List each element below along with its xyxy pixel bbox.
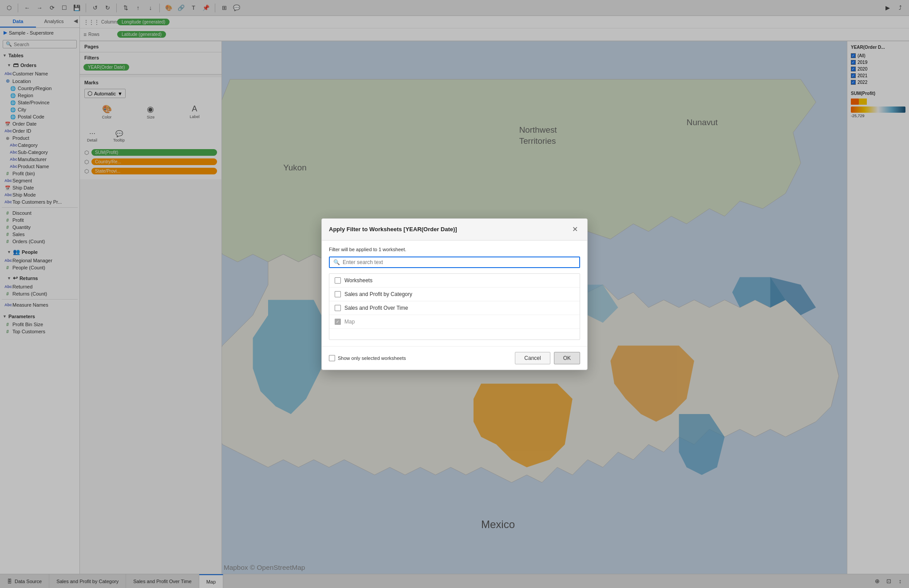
ws-checkbox-2[interactable]	[335, 305, 341, 311]
worksheet-item-1[interactable]: Sales and Profit by Category	[329, 288, 580, 301]
modal-footer: Show only selected worksheets Cancel OK	[322, 346, 587, 370]
modal-search-icon: 🔍	[333, 259, 340, 265]
ok-button[interactable]: OK	[554, 352, 580, 364]
modal-header: Apply Filter to Worksheets [YEAR(Order D…	[322, 219, 587, 241]
filter-modal: Apply Filter to Worksheets [YEAR(Order D…	[321, 218, 588, 370]
worksheet-list: Worksheets Sales and Profit by Category …	[329, 273, 580, 340]
modal-body: Filter will be applied to 1 worksheet. 🔍…	[322, 241, 587, 346]
worksheet-item-0[interactable]: Worksheets	[329, 274, 580, 288]
modal-overlay: Apply Filter to Worksheets [YEAR(Order D…	[0, 0, 909, 588]
worksheet-item-2[interactable]: Sales and Profit Over Time	[329, 301, 580, 315]
cancel-button[interactable]: Cancel	[515, 352, 550, 364]
ws-checkbox-0[interactable]	[335, 277, 341, 284]
modal-search-input[interactable]	[343, 259, 576, 265]
worksheet-item-3: ✓ Map	[329, 315, 580, 329]
modal-search-box[interactable]: 🔍	[329, 257, 580, 268]
ws-label-0: Worksheets	[344, 277, 372, 284]
ws-checkbox-3: ✓	[335, 319, 341, 325]
modal-info-text: Filter will be applied to 1 worksheet.	[329, 247, 580, 252]
ws-label-3: Map	[344, 319, 355, 325]
modal-title: Apply Filter to Worksheets [YEAR(Order D…	[329, 226, 457, 233]
show-selected-row: Show only selected worksheets	[329, 355, 406, 361]
ws-label-2: Sales and Profit Over Time	[344, 305, 408, 311]
ws-label-1: Sales and Profit by Category	[344, 291, 412, 297]
show-selected-checkbox[interactable]	[329, 355, 335, 361]
show-selected-label: Show only selected worksheets	[338, 355, 406, 361]
modal-buttons: Cancel OK	[515, 352, 580, 364]
modal-close-button[interactable]: ✕	[569, 224, 580, 235]
ws-checkbox-1[interactable]	[335, 291, 341, 297]
